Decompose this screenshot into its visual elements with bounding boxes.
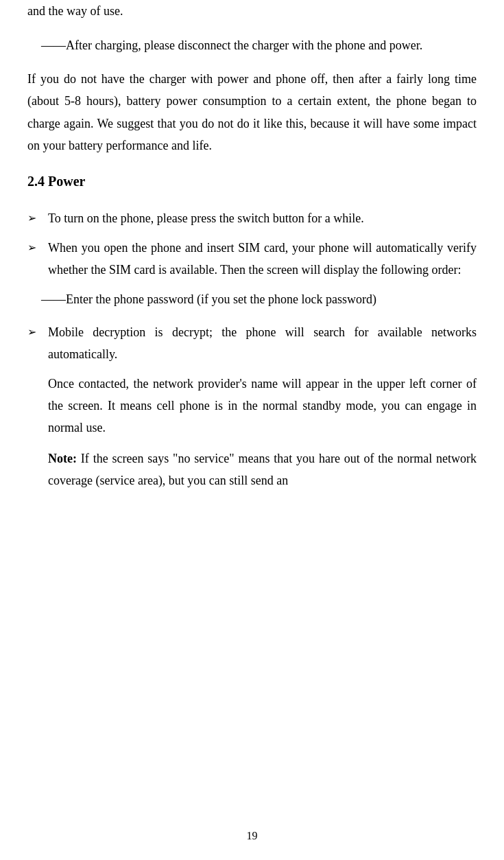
bullet-2-text: When you open the phone and insert SIM c… [48,237,477,281]
bullet-symbol-3: ➢ [27,321,48,342]
bullet-item-1: ➢ To turn on the phone, please press the… [27,207,477,229]
dash-enter-text: ——Enter the phone password (if you set t… [41,292,376,306]
dash-enter-paragraph: ——Enter the phone password (if you set t… [27,288,477,310]
if-you-do-text: If you do not have the charger with powe… [27,72,477,152]
bullet-1-text: To turn on the phone, please press the s… [48,207,477,229]
after-charging-paragraph: ——After charging, please disconnect the … [27,34,477,56]
bullet-symbol-2: ➢ [27,237,48,258]
section-heading-power: 2.4 Power [27,169,477,194]
bullet-3-sub-text: Once contacted, the network provider's n… [48,377,477,435]
if-you-do-paragraph: If you do not have the charger with powe… [27,68,477,157]
after-charging-text: ——After charging, please disconnect the … [41,38,422,52]
note-text: If the screen says "no service" means th… [48,452,477,487]
bullet-item-2: ➢ When you open the phone and insert SIM… [27,237,477,281]
note-paragraph: Note: If the screen says "no service" me… [27,448,477,492]
bullet-3-sub-paragraph: Once contacted, the network provider's n… [27,373,477,439]
intro-text: and the way of use. [27,4,123,18]
intro-paragraph: and the way of use. [27,0,477,22]
bullet-item-3: ➢ Mobile decryption is decrypt; the phon… [27,321,477,366]
page-container: and the way of use. ——After charging, pl… [0,0,504,860]
section-heading-text: 2.4 Power [27,174,85,189]
bullet-symbol-1: ➢ [27,207,48,229]
bullet-3-main-text: Mobile decryption is decrypt; the phone … [48,321,477,366]
note-label: Note: [48,452,77,465]
page-number: 19 [247,826,258,846]
